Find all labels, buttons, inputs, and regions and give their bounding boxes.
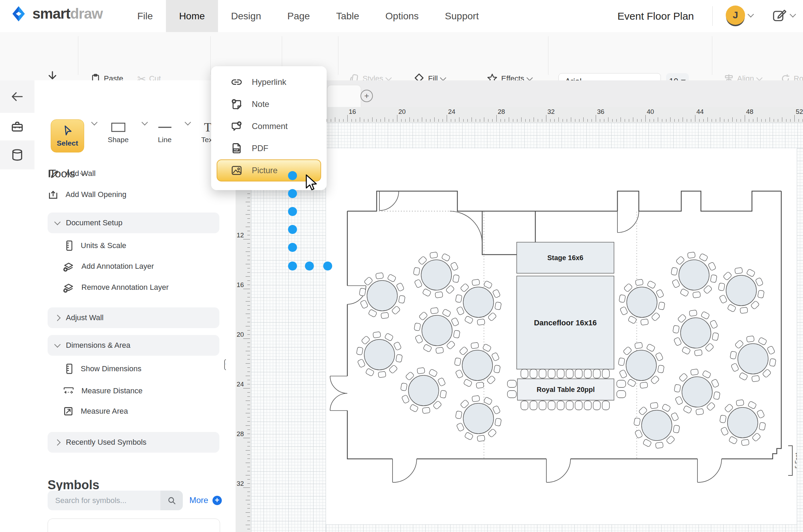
tools-panel: Tools Select Shape Line T Text <box>34 80 226 532</box>
layers-plus-icon <box>63 260 75 272</box>
v-ruler-number: 20 <box>237 331 244 338</box>
document-title: Event Floor Plan <box>617 0 694 32</box>
menu-item-hyperlink[interactable]: Hyperlink <box>217 71 321 93</box>
section-recently-used-symbols[interactable]: Recently Used Symbols <box>48 432 219 453</box>
smartdraw-logo: smartdraw <box>10 5 102 23</box>
wall-opening-icon <box>48 189 59 200</box>
avatar[interactable]: J <box>726 6 745 25</box>
symbol-search-input[interactable] <box>48 491 160 510</box>
round-table[interactable] <box>671 252 717 298</box>
menu-item-note[interactable]: Note <box>217 93 321 115</box>
royal-table-label: Royal Table 20ppl <box>537 386 595 393</box>
measure-distance-button[interactable]: Measure Distance <box>63 383 142 398</box>
back-button[interactable] <box>0 80 34 113</box>
ribbon-toolbar: ‹ Export Paste Copy ✂ Cut <box>0 32 803 81</box>
comment-icon <box>230 120 243 132</box>
measure-area-icon <box>63 406 74 417</box>
select-tool-button[interactable]: Select <box>51 119 84 152</box>
add-page-button[interactable]: + <box>360 90 373 102</box>
left-icon-strip <box>0 80 34 532</box>
round-table[interactable] <box>359 273 405 319</box>
round-table[interactable] <box>356 332 402 378</box>
h-ruler-number: 36 <box>597 108 604 116</box>
menu-file[interactable]: File <box>124 0 166 32</box>
text-tool-icon: T <box>204 122 212 133</box>
round-table[interactable] <box>413 252 459 298</box>
symbol-search-button[interactable] <box>160 491 183 510</box>
v-ruler-number: 24 <box>237 381 244 388</box>
line-tool-button[interactable]: Line <box>148 122 181 144</box>
royal-table[interactable]: Royal Table 20ppl <box>507 369 626 410</box>
tutorial-dot <box>288 262 297 270</box>
select-tool-chevron-icon[interactable] <box>91 119 97 125</box>
menu-item-pdf[interactable]: PDF PDF <box>217 137 321 159</box>
remove-annotation-layer-button[interactable]: Remove Annotation Layer <box>63 280 169 295</box>
measure-area-button[interactable]: Measure Area <box>63 404 128 419</box>
shape-rect-icon <box>110 122 126 133</box>
round-table[interactable] <box>455 395 501 442</box>
more-symbols-button[interactable]: More + <box>189 495 222 505</box>
tutorial-dot <box>288 171 297 180</box>
add-annotation-layer-button[interactable]: Add Annotation Layer <box>63 259 154 274</box>
pdf-icon: PDF <box>230 142 243 155</box>
mouse-cursor <box>305 174 319 191</box>
h-ruler-number: 32 <box>547 108 555 116</box>
section-dimensions-area[interactable]: Dimensions & Area <box>48 335 219 356</box>
tools-tab[interactable] <box>0 113 34 140</box>
round-table[interactable] <box>619 279 665 325</box>
add-wall-opening-button[interactable]: Add Wall Opening <box>48 187 127 202</box>
shape-tool-button[interactable]: Shape <box>102 122 135 144</box>
round-table[interactable] <box>674 369 720 415</box>
tutorial-dot <box>288 207 297 216</box>
main-menu: File Home Design Page Table Options Supp… <box>124 0 492 32</box>
smartdraw-app: smartdraw File Home Design Page Table Op… <box>0 0 803 532</box>
topbar-divider <box>712 6 713 26</box>
round-table[interactable] <box>634 402 680 449</box>
h-ruler-number: 28 <box>498 108 505 116</box>
align-chevron-icon <box>756 75 762 81</box>
round-table[interactable] <box>455 279 501 325</box>
round-table[interactable] <box>730 336 776 382</box>
symbols-heading: Symbols <box>48 478 99 492</box>
grid-top <box>251 123 803 148</box>
section-document-setup[interactable]: Document Setup <box>48 213 219 233</box>
round-table[interactable] <box>454 342 500 388</box>
v-ruler-number: 12 <box>237 231 244 239</box>
menu-table[interactable]: Table <box>323 0 372 32</box>
account-button[interactable]: J <box>726 6 753 25</box>
scale-label: 5 Feet <box>794 453 797 469</box>
share-edit-button[interactable] <box>772 8 795 23</box>
toolbox-icon <box>11 120 24 133</box>
line-tool-chevron-icon[interactable] <box>185 119 191 125</box>
add-wall-button[interactable]: Add Wall <box>48 166 96 181</box>
symbol-search <box>48 491 183 510</box>
top-bar: smartdraw File Home Design Page Table Op… <box>0 0 803 32</box>
menu-support[interactable]: Support <box>432 0 492 32</box>
menu-item-comment[interactable]: Comment <box>217 115 321 137</box>
round-table[interactable] <box>414 307 460 354</box>
tutorial-dot <box>305 262 314 270</box>
h-ruler-number: 16 <box>349 108 356 116</box>
section-adjust-wall[interactable]: Adjust Wall <box>48 307 219 328</box>
menu-design[interactable]: Design <box>218 0 274 32</box>
menu-page[interactable]: Page <box>274 0 323 32</box>
search-icon <box>167 496 177 505</box>
units-scale-button[interactable]: Units & Scale <box>65 238 126 253</box>
logo-text-smart: smart <box>32 6 70 22</box>
hyperlink-icon <box>230 76 243 88</box>
show-dimensions-row[interactable]: Show Dimensions <box>65 361 141 376</box>
menu-options[interactable]: Options <box>372 0 432 32</box>
floorplan-svg[interactable]: Stage 16x6 Dancefloor 16x16 Royal Table … <box>324 148 797 521</box>
round-table[interactable] <box>673 310 718 356</box>
tutorial-dot <box>288 225 297 234</box>
round-table[interactable] <box>400 367 446 414</box>
recently-used-chevron-icon <box>54 439 60 445</box>
plus-circle-icon: + <box>212 496 222 505</box>
menu-home[interactable]: Home <box>166 0 218 32</box>
page-tab[interactable] <box>327 85 361 107</box>
shape-tool-chevron-icon[interactable] <box>141 119 148 125</box>
round-table[interactable] <box>720 400 765 446</box>
data-tab[interactable] <box>0 140 34 169</box>
add-wall-icon <box>48 168 59 179</box>
round-table[interactable] <box>718 267 764 314</box>
